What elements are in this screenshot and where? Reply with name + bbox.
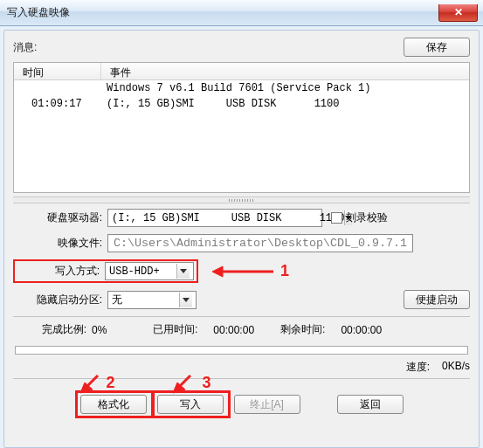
annotation-3: 3 bbox=[203, 374, 211, 392]
image-label: 映像文件: bbox=[13, 236, 107, 251]
write-method-dropdown[interactable]: USB-HDD+ bbox=[105, 262, 194, 280]
column-event[interactable]: 事件 bbox=[101, 63, 469, 79]
info-label: 消息: bbox=[13, 40, 37, 55]
log-row[interactable]: Windows 7 v6.1 Build 7601 (Service Pack … bbox=[14, 80, 469, 96]
hidden-value: 无 bbox=[112, 293, 122, 307]
close-button[interactable]: ✕ bbox=[438, 4, 478, 22]
back-button[interactable]: 返回 bbox=[337, 395, 404, 414]
log-panel: 时间 事件 Windows 7 v6.1 Build 7601 (Service… bbox=[13, 62, 470, 193]
log-event: Windows 7 v6.1 Build 7601 (Service Pack … bbox=[101, 80, 469, 96]
progress-value: 0% bbox=[92, 324, 153, 336]
column-time[interactable]: 时间 bbox=[14, 63, 101, 79]
image-path-input[interactable] bbox=[107, 234, 413, 252]
verify-label: 刻录校验 bbox=[346, 210, 388, 225]
arrow-annotation-icon bbox=[210, 263, 280, 280]
window-title: 写入硬盘映像 bbox=[7, 5, 70, 20]
elapsed-label: 已用时间: bbox=[153, 322, 197, 337]
content-area: 消息: 保存 时间 事件 Windows 7 v6.1 Build 7601 (… bbox=[3, 30, 480, 448]
log-event: (I:, 15 GB)SMI USB DISK 1100 bbox=[101, 96, 469, 112]
drive-value: (I:, 15 GB)SMI USB DISK 1100 bbox=[112, 212, 344, 224]
window-controls: ✕ bbox=[438, 4, 478, 22]
svg-marker-1 bbox=[212, 266, 223, 277]
elapsed-value: 00:00:00 bbox=[213, 324, 254, 336]
arrow-annotation-icon bbox=[171, 372, 197, 395]
dialog-window: 写入硬盘映像 ✕ 消息: 保存 时间 事件 Windows 7 v6.1 Bui… bbox=[0, 0, 483, 448]
annotation-1: 1 bbox=[280, 262, 289, 280]
splitter-handle[interactable] bbox=[13, 196, 470, 203]
arrow-annotation-icon bbox=[79, 372, 105, 395]
quick-boot-button[interactable]: 便捷启动 bbox=[404, 290, 470, 309]
speed-label: 速度: bbox=[406, 360, 430, 375]
abort-button[interactable]: 终止[A] bbox=[234, 395, 300, 414]
log-time: 01:09:17 bbox=[14, 96, 101, 112]
log-row[interactable]: 01:09:17 (I:, 15 GB)SMI USB DISK 1100 bbox=[14, 96, 469, 112]
form-area: 硬盘驱动器: (I:, 15 GB)SMI USB DISK 1100 刻录校验… bbox=[13, 209, 470, 414]
write-button[interactable]: 写入 bbox=[157, 395, 224, 414]
close-icon: ✕ bbox=[454, 6, 463, 18]
divider bbox=[13, 316, 470, 317]
log-time bbox=[14, 80, 101, 96]
remain-value: 00:00:00 bbox=[341, 324, 382, 336]
titlebar[interactable]: 写入硬盘映像 ✕ bbox=[0, 0, 483, 26]
save-button[interactable]: 保存 bbox=[404, 38, 470, 57]
chevron-down-icon bbox=[179, 293, 192, 307]
drive-label: 硬盘驱动器: bbox=[13, 210, 107, 225]
speed-value: 0KB/s bbox=[442, 360, 470, 375]
hidden-label: 隐藏启动分区: bbox=[13, 293, 107, 307]
remain-label: 剩余时间: bbox=[280, 322, 325, 337]
chevron-down-icon bbox=[176, 264, 190, 279]
verify-checkbox[interactable] bbox=[331, 212, 342, 224]
annotation-2: 2 bbox=[107, 374, 115, 392]
format-button[interactable]: 格式化 bbox=[80, 395, 147, 414]
method-label: 写入方式: bbox=[17, 264, 105, 279]
drive-dropdown[interactable]: (I:, 15 GB)SMI USB DISK 1100 bbox=[107, 209, 322, 227]
log-header: 时间 事件 bbox=[14, 63, 469, 80]
progress-bar bbox=[15, 346, 468, 355]
hidden-partition-dropdown[interactable]: 无 bbox=[107, 291, 197, 309]
method-value: USB-HDD+ bbox=[109, 265, 160, 278]
log-body[interactable]: Windows 7 v6.1 Build 7601 (Service Pack … bbox=[14, 80, 469, 192]
button-row: 2 格式化 3 写入 bbox=[13, 395, 470, 414]
progress-label: 完成比例: bbox=[13, 322, 92, 337]
